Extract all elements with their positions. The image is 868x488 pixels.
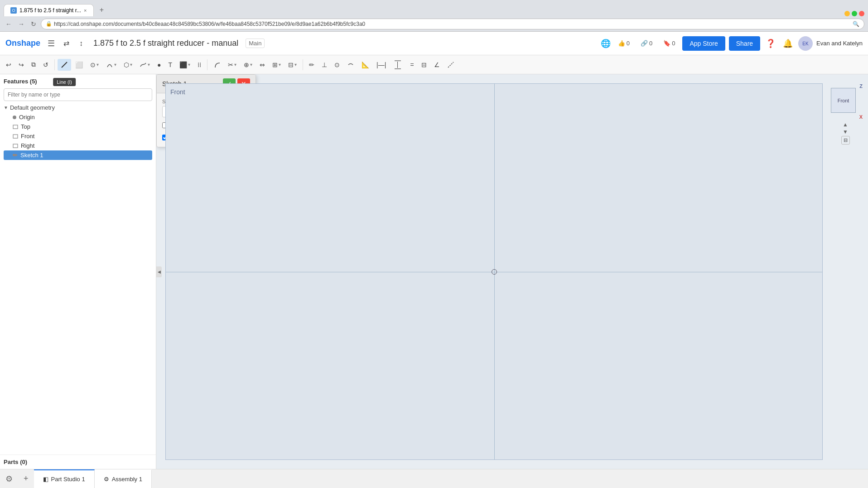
fillet-tool-button[interactable]	[210, 59, 224, 71]
coincident-btn[interactable]: ⊙	[331, 59, 343, 71]
notification-button[interactable]: 🔔	[781, 37, 795, 50]
workspace-label: Main	[246, 39, 265, 48]
active-tab[interactable]: O 1.875 f to 2.5 f straight r... ×	[4, 4, 94, 16]
dots-tool-button[interactable]: ⁞⁞	[194, 59, 204, 71]
assembly-tab[interactable]: ⚙ Assembly 1	[95, 469, 152, 488]
mirror-tool-button[interactable]: ⇔	[256, 59, 268, 71]
dim-angle-btn[interactable]: ∠	[431, 59, 443, 71]
section-header-default-geometry[interactable]: ▼ Default geometry	[4, 103, 152, 112]
line-tool-button[interactable]: Line (l)	[58, 59, 71, 71]
part-studio-tab[interactable]: ◧ Part Studio 1	[34, 469, 95, 488]
undo-button[interactable]: ↩	[3, 59, 14, 71]
bookmark-count: 0	[672, 40, 675, 47]
list-item-top[interactable]: Top	[4, 122, 152, 131]
image-tool-button[interactable]: ⬛ ▾	[176, 59, 193, 71]
feature-sidebar: Features (5) ▼ Default geometry Origin T…	[0, 74, 156, 469]
canvas-area[interactable]: Sketch 1 ✓ ✕ Sketch plane Front plane × …	[156, 74, 868, 469]
text-tool-button[interactable]: T	[165, 59, 175, 71]
x-axis-label: X	[859, 114, 863, 120]
tab-close-button[interactable]: ×	[84, 8, 87, 13]
view-up-button[interactable]: ▲	[843, 121, 848, 128]
list-item-sketch1[interactable]: ✏ Sketch 1	[4, 150, 152, 160]
forward-button[interactable]: →	[16, 19, 26, 29]
dim-equal-btn[interactable]: =	[407, 59, 417, 71]
offset-tool-button[interactable]: ⊕ ▾	[241, 59, 256, 71]
top-label: Top	[21, 123, 30, 130]
address-bar: ← → ↻ 🔒 https://cad.onshape.com/document…	[0, 16, 868, 32]
copy-button[interactable]: ⧉	[28, 58, 39, 71]
bottom-bar: ⚙ + ◧ Part Studio 1 ⚙ Assembly 1	[0, 469, 868, 488]
canvas-viewport[interactable]: Front	[165, 83, 823, 460]
spline-tool-button[interactable]: ▾	[136, 59, 153, 71]
view-cube-front[interactable]: Front	[831, 88, 856, 113]
list-item-origin[interactable]: Origin	[4, 112, 152, 122]
right-plane-icon	[13, 144, 18, 148]
pattern-tool-button[interactable]: ⊞ ▾	[269, 59, 284, 71]
sketch-btn2[interactable]: ✏	[306, 59, 318, 71]
list-item-front[interactable]: Front	[4, 131, 152, 141]
svg-rect-5	[13, 135, 18, 138]
document-title: 1.875 f to 2.5 f straight reducer - manu…	[93, 39, 238, 48]
circle-tool-button[interactable]: ⊙ ▾	[87, 59, 102, 71]
minimize-button[interactable]	[844, 11, 850, 16]
address-input[interactable]: 🔒 https://cad.onshape.com/documents/b40c…	[41, 19, 864, 29]
main-layout: Features (5) ▼ Default geometry Origin T…	[0, 74, 868, 469]
transform-tool-button[interactable]: ⊟ ▾	[285, 59, 300, 71]
redo-button[interactable]: ↪	[15, 59, 27, 71]
assembly-tab-label: Assembly 1	[112, 476, 142, 483]
dim-vertical-btn[interactable]: |—|	[392, 57, 404, 72]
toolbar-extra-button[interactable]: ⇄	[60, 37, 72, 50]
dim-linear-btn[interactable]: |—|	[373, 59, 389, 71]
origin-point	[492, 269, 497, 275]
dim-radius-btn[interactable]	[444, 59, 458, 71]
svg-rect-4	[13, 125, 18, 129]
hamburger-menu-button[interactable]: ☰	[46, 37, 57, 50]
copy2-button[interactable]: ↺	[40, 59, 52, 71]
curve-btn[interactable]	[344, 59, 357, 71]
sidebar-collapse-button[interactable]: ◀	[156, 266, 162, 277]
search-icon: 🔍	[853, 21, 859, 27]
rectangle-tool-button[interactable]: ⬜	[72, 59, 86, 71]
right-label: Right	[21, 142, 34, 149]
close-button[interactable]	[859, 11, 864, 16]
point-tool-button[interactable]: ●	[154, 59, 164, 71]
add-tab-button[interactable]: +	[18, 469, 34, 488]
like-button[interactable]: 👍 0	[614, 38, 633, 48]
parts-title: Parts (0)	[4, 459, 152, 465]
toolbar-separator-3	[303, 59, 303, 70]
list-item-right[interactable]: Right	[4, 141, 152, 150]
trim-tool-button[interactable]: ✂ ▾	[225, 59, 240, 71]
bookmark-button[interactable]: 🔖 0	[660, 38, 679, 48]
avatar: EK	[798, 36, 813, 51]
maximize-button[interactable]	[852, 11, 857, 16]
window-controls	[844, 11, 864, 16]
view-cube[interactable]: Front Z X ▲ ▼ ⊟	[827, 83, 863, 120]
front-plane-icon	[13, 134, 18, 139]
app-store-button[interactable]: App Store	[682, 36, 725, 51]
filter-input[interactable]	[4, 88, 152, 101]
toolbar-extra2-button[interactable]: ↕	[76, 37, 86, 50]
constraint-btn[interactable]: ⊥	[318, 59, 330, 71]
share-button[interactable]: Share	[729, 36, 760, 51]
link-icon: 🔗	[641, 40, 648, 47]
settings-button[interactable]: ⚙	[0, 469, 18, 488]
polygon-tool-button[interactable]: ⬡ ▾	[121, 59, 135, 71]
reload-button[interactable]: ↻	[29, 19, 38, 29]
dim-parallel-btn[interactable]: ⊟	[418, 59, 430, 71]
back-button[interactable]: ←	[4, 19, 14, 29]
toolbar-separator-1	[54, 59, 55, 70]
origin-icon	[13, 116, 16, 119]
view-cube-menu-button[interactable]: ⊟	[841, 136, 850, 145]
svg-text:EK: EK	[802, 41, 809, 46]
onshape-logo: Onshape	[5, 39, 40, 48]
arc-tool-button[interactable]: ▾	[103, 59, 120, 71]
view-down-button[interactable]: ▼	[843, 129, 848, 135]
globe-button[interactable]: 🌐	[601, 39, 611, 48]
measure-btn[interactable]: 📐	[358, 59, 372, 71]
new-tab-button[interactable]: +	[96, 4, 108, 16]
help-button[interactable]: ❓	[764, 37, 777, 50]
sketch-icon: ✏	[13, 152, 18, 159]
svg-line-3	[448, 62, 453, 68]
svg-line-2	[62, 62, 67, 68]
link-button[interactable]: 🔗 0	[637, 38, 656, 48]
